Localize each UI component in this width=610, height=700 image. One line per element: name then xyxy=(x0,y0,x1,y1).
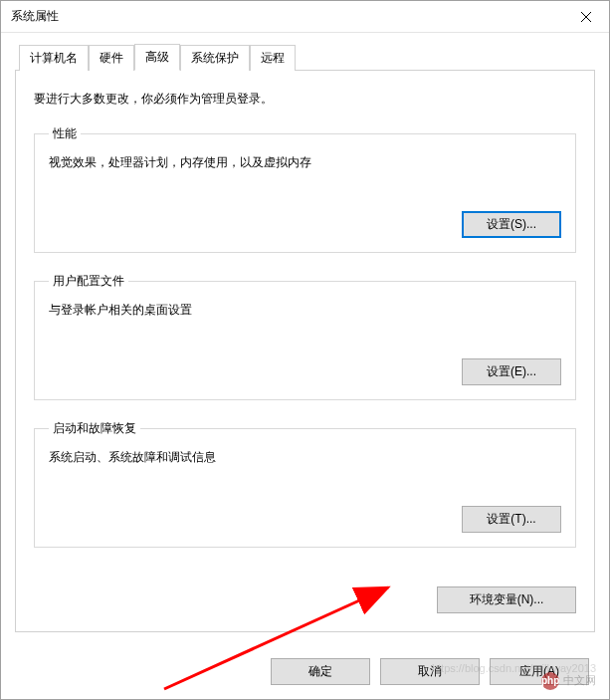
startup-recovery-legend: 启动和故障恢复 xyxy=(49,420,140,437)
performance-group: 性能 视觉效果，处理器计划，内存使用，以及虚拟内存 设置(S)... xyxy=(34,125,576,253)
apply-button[interactable]: 应用(A) xyxy=(490,658,589,685)
titlebar: 系统属性 xyxy=(1,1,609,33)
admin-note: 要进行大多数更改，你必须作为管理员登录。 xyxy=(34,91,576,108)
performance-desc: 视觉效果，处理器计划，内存使用，以及虚拟内存 xyxy=(49,154,561,171)
startup-recovery-desc: 系统启动、系统故障和调试信息 xyxy=(49,449,561,466)
dialog-footer: 确定 取消 应用(A) xyxy=(1,646,609,699)
tab-panel-advanced: 要进行大多数更改，你必须作为管理员登录。 性能 视觉效果，处理器计划，内存使用，… xyxy=(15,70,595,632)
tab-advanced[interactable]: 高级 xyxy=(134,44,180,71)
startup-recovery-group: 启动和故障恢复 系统启动、系统故障和调试信息 设置(T)... xyxy=(34,420,576,548)
startup-recovery-settings-button[interactable]: 设置(T)... xyxy=(462,506,561,533)
environment-variables-button[interactable]: 环境变量(N)... xyxy=(437,586,576,613)
user-profiles-group: 用户配置文件 与登录帐户相关的桌面设置 设置(E)... xyxy=(34,273,576,400)
tab-system-protection[interactable]: 系统保护 xyxy=(180,45,250,71)
performance-legend: 性能 xyxy=(49,125,81,142)
tab-hardware[interactable]: 硬件 xyxy=(89,45,134,71)
window-title: 系统属性 xyxy=(11,8,563,25)
close-button[interactable] xyxy=(563,2,609,32)
dialog-body: 计算机名 硬件 高级 系统保护 远程 要进行大多数更改，你必须作为管理员登录。 … xyxy=(1,33,609,646)
tab-computer-name[interactable]: 计算机名 xyxy=(19,45,89,71)
performance-settings-button[interactable]: 设置(S)... xyxy=(462,211,561,238)
ok-button[interactable]: 确定 xyxy=(271,658,370,685)
user-profiles-desc: 与登录帐户相关的桌面设置 xyxy=(49,302,561,319)
tabstrip: 计算机名 硬件 高级 系统保护 远程 xyxy=(19,43,595,70)
cancel-button[interactable]: 取消 xyxy=(380,658,480,685)
user-profiles-settings-button[interactable]: 设置(E)... xyxy=(462,358,561,385)
user-profiles-legend: 用户配置文件 xyxy=(49,273,128,290)
close-icon xyxy=(581,12,591,22)
tab-remote[interactable]: 远程 xyxy=(250,45,296,71)
system-properties-window: 系统属性 计算机名 硬件 高级 系统保护 远程 要进行大多数更改，你必须作为管理… xyxy=(0,0,610,700)
